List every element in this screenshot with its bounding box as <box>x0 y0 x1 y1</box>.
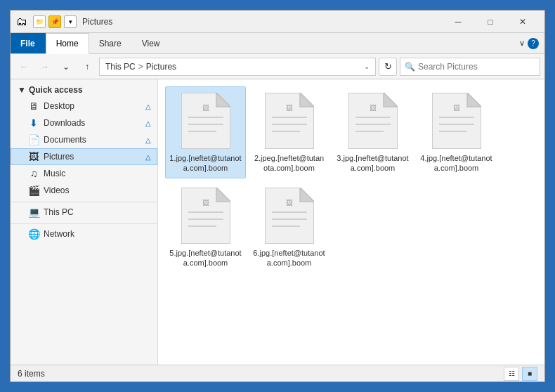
address-bar: ← → ⌄ ↑ This PC > Pictures ⌄ ↻ 🔍 <box>11 54 544 79</box>
sidebar-label-pictures: Pictures <box>44 152 141 162</box>
file-name: 1.jpg.[neftet@tutanota.com].boom <box>169 153 242 174</box>
pictures-icon: 🖼 <box>28 151 39 162</box>
file-item[interactable]: 🖼 3.jpg.[neftet@tutanota.com].boom <box>332 86 413 178</box>
sidebar-label-videos: Videos <box>44 185 151 195</box>
tab-home[interactable]: Home <box>46 33 89 54</box>
file-area: 🖼 1.jpg.[neftet@tutanota.com].boom 🖼 2.j… <box>158 79 544 365</box>
status-bar: 6 items ☷ ■ <box>11 365 544 381</box>
thispc-icon: 💻 <box>28 207 39 218</box>
refresh-button[interactable]: ↻ <box>379 58 397 76</box>
file-icon: 🖼 <box>348 93 398 149</box>
window-title: Pictures <box>82 17 442 27</box>
qab-arrow-btn[interactable]: ▾ <box>64 15 77 28</box>
file-name: 3.jpg.[neftet@tutanota.com].boom <box>336 153 410 174</box>
search-input[interactable] <box>418 62 535 72</box>
pin-icon-documents: △ <box>145 136 151 144</box>
item-count: 6 items <box>18 369 45 379</box>
sidebar-label-network: Network <box>44 229 151 239</box>
window-controls: ─ □ ✕ <box>442 11 539 32</box>
svg-text:🖼: 🖼 <box>370 104 377 112</box>
file-icon: 🖼 <box>265 188 314 244</box>
file-icon: 🖼 <box>181 188 230 244</box>
path-dropdown[interactable]: ⌄ <box>364 63 370 70</box>
videos-icon: 🎬 <box>28 185 39 196</box>
expand-chevron[interactable]: ∨ <box>519 39 525 48</box>
svg-marker-13 <box>384 93 398 107</box>
file-explorer-window: 🗂 📁 📌 ▾ Pictures ─ □ ✕ File Home Share V… <box>10 10 545 382</box>
close-button[interactable]: ✕ <box>507 11 539 32</box>
forward-button[interactable]: → <box>36 58 54 76</box>
tab-file[interactable]: File <box>11 33 46 53</box>
details-view-button[interactable]: ☷ <box>504 367 519 381</box>
svg-marker-1 <box>216 93 230 107</box>
path-pictures[interactable]: Pictures <box>146 62 176 72</box>
pin-icon-downloads: △ <box>145 119 151 127</box>
svg-text:🖼: 🖼 <box>286 104 293 112</box>
quick-access-label: ▼ Quick access <box>11 82 157 98</box>
search-box[interactable]: 🔍 <box>400 58 540 76</box>
pin-icon-desktop: △ <box>145 103 151 110</box>
file-grid: 🖼 1.jpg.[neftet@tutanota.com].boom 🖼 2.j… <box>165 86 537 273</box>
back-button[interactable]: ← <box>15 58 33 76</box>
qab-folder-btn[interactable]: 📁 <box>33 15 46 28</box>
network-icon: 🌐 <box>28 228 39 240</box>
minimize-button[interactable]: ─ <box>442 11 474 32</box>
tab-view[interactable]: View <box>132 33 171 53</box>
file-item[interactable]: 🖼 2.jpeg.[neftet@tutanota.com].boom <box>249 86 329 178</box>
svg-text:🖼: 🖼 <box>286 199 293 207</box>
sidebar-item-pictures[interactable]: 🖼 Pictures △ <box>11 148 157 165</box>
ribbon-tabs: File Home Share View ∨ ? <box>11 33 544 54</box>
help-button[interactable]: ? <box>528 38 539 49</box>
svg-marker-31 <box>300 188 314 202</box>
svg-text:🖼: 🖼 <box>202 199 209 207</box>
file-name: 2.jpeg.[neftet@tutanota.com].boom <box>252 153 326 174</box>
recent-locations-button[interactable]: ⌄ <box>57 58 75 76</box>
maximize-button[interactable]: □ <box>474 11 507 32</box>
sidebar-item-downloads[interactable]: ⬇ Downloads △ <box>11 115 157 131</box>
view-controls: ☷ ■ <box>504 367 537 381</box>
svg-marker-7 <box>300 93 314 107</box>
sidebar-item-network[interactable]: 🌐 Network <box>11 226 157 242</box>
downloads-icon: ⬇ <box>28 117 39 129</box>
large-icons-view-button[interactable]: ■ <box>522 367 537 381</box>
sidebar-item-thispc[interactable]: 💻 This PC <box>11 204 157 221</box>
tab-share[interactable]: Share <box>89 33 132 53</box>
window-icon: 🗂 <box>16 16 30 27</box>
sidebar-label-documents: Documents <box>44 135 141 145</box>
sidebar-label-thispc: This PC <box>44 207 151 217</box>
qab-pin-btn[interactable]: 📌 <box>48 15 61 28</box>
thispc-section: 💻 This PC <box>11 204 157 221</box>
music-icon: ♫ <box>28 168 39 179</box>
ribbon-expand: ∨ ? <box>514 33 544 53</box>
file-item[interactable]: 🖼 4.jpg.[neftet@tutanota.com].boom <box>416 86 497 178</box>
up-button[interactable]: ↑ <box>78 58 96 76</box>
svg-marker-25 <box>216 188 230 202</box>
ribbon: File Home Share View ∨ ? <box>11 33 544 54</box>
file-icon: 🖼 <box>265 93 314 149</box>
sidebar-label-music: Music <box>44 169 151 178</box>
sidebar-divider-1 <box>11 202 157 202</box>
address-path[interactable]: This PC > Pictures ⌄ <box>99 58 376 76</box>
file-name: 4.jpg.[neftet@tutanota.com].boom <box>419 153 493 174</box>
sidebar-item-documents[interactable]: 📄 Documents △ <box>11 131 157 148</box>
sidebar-divider-2 <box>11 223 157 224</box>
sidebar-item-videos[interactable]: 🎬 Videos <box>11 182 157 199</box>
sidebar-item-desktop[interactable]: 🖥 Desktop △ <box>11 98 157 115</box>
expand-icon: ▼ <box>18 85 26 95</box>
path-sep-1: > <box>138 62 143 72</box>
file-icon: 🖼 <box>432 93 481 149</box>
path-thispc[interactable]: This PC <box>105 62 136 72</box>
file-item[interactable]: 🖼 1.jpg.[neftet@tutanota.com].boom <box>165 86 246 178</box>
sidebar: ▼ Quick access 🖥 Desktop △ ⬇ Downloads △… <box>11 79 158 365</box>
file-item[interactable]: 🖼 6.jpg.[neftet@tutanota.com].boom <box>249 181 329 273</box>
file-name: 6.jpg.[neftet@tutanota.com].boom <box>252 248 326 268</box>
sidebar-item-music[interactable]: ♫ Music <box>11 165 157 182</box>
desktop-icon: 🖥 <box>28 100 39 112</box>
pin-icon-pictures: △ <box>145 153 151 161</box>
svg-text:🖼: 🖼 <box>453 104 460 112</box>
network-section: 🌐 Network <box>11 226 157 242</box>
search-icon: 🔍 <box>405 62 415 72</box>
documents-icon: 📄 <box>28 134 39 145</box>
svg-text:🖼: 🖼 <box>202 104 209 112</box>
file-item[interactable]: 🖼 5.jpg.[neftet@tutanota.com].boom <box>165 181 246 273</box>
